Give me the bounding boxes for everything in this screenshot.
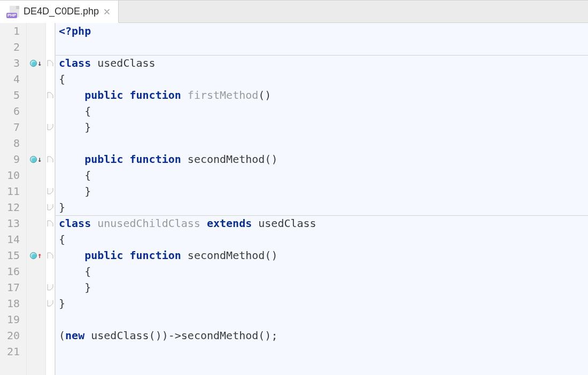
line-number: 13 (0, 215, 23, 231)
code-line[interactable]: } (56, 199, 588, 215)
fold-close-icon[interactable] (47, 204, 53, 211)
fold-open-icon[interactable] (47, 220, 53, 227)
code-line[interactable]: } (56, 119, 588, 135)
code-line[interactable]: public function firstMethod() (56, 87, 588, 103)
file-tab-label: DE4D_C0DE.php (24, 6, 99, 17)
editor-root: PHP DE4D_C0DE.php 1234567891011121314151… (0, 0, 588, 375)
code-line[interactable]: { (56, 263, 588, 279)
fold-gutter[interactable] (46, 23, 56, 375)
editor-body: 123456789101112131415161718192021 ↓↓↑ <?… (0, 23, 588, 375)
code-line[interactable]: { (56, 231, 588, 247)
line-number (0, 360, 23, 375)
line-number: 12 (0, 199, 23, 215)
line-number: 6 (0, 103, 23, 119)
code-line[interactable] (56, 135, 588, 151)
file-tab[interactable]: PHP DE4D_C0DE.php (0, 1, 119, 23)
code-line[interactable] (56, 39, 588, 55)
code-line[interactable]: public function secondMethod() (56, 151, 588, 167)
overrides-icon[interactable]: ↑ (30, 251, 43, 260)
fold-close-icon[interactable] (47, 300, 53, 307)
fold-close-icon[interactable] (47, 284, 53, 291)
line-number: 16 (0, 263, 23, 279)
overridden-icon[interactable]: ↓ (30, 58, 43, 68)
line-number: 20 (0, 327, 23, 343)
php-file-icon: PHP (7, 6, 19, 18)
line-number: 1 (0, 23, 23, 39)
code-line[interactable]: { (56, 167, 588, 183)
line-number: 10 (0, 167, 23, 183)
code-line[interactable]: } (56, 295, 588, 311)
line-number: 19 (0, 311, 23, 327)
line-number: 17 (0, 279, 23, 295)
line-number: 3 (0, 55, 23, 71)
code-line[interactable]: public function secondMethod() (56, 247, 588, 263)
code-line[interactable]: class usedClass (56, 55, 588, 71)
fold-open-icon[interactable] (47, 59, 53, 67)
fold-open-icon[interactable] (47, 91, 53, 99)
line-number: 2 (0, 39, 23, 55)
fold-open-icon[interactable] (47, 252, 53, 259)
line-number: 11 (0, 183, 23, 199)
code-line[interactable]: } (56, 279, 588, 295)
code-line[interactable] (56, 311, 588, 327)
region-separator (56, 55, 588, 56)
line-number: 8 (0, 135, 23, 151)
overridden-icon[interactable]: ↓ (30, 154, 43, 164)
line-number: 7 (0, 119, 23, 135)
fold-close-icon[interactable] (47, 123, 53, 131)
line-number: 18 (0, 295, 23, 311)
code-line[interactable] (56, 343, 588, 360)
line-number: 5 (0, 87, 23, 103)
fold-close-icon[interactable] (47, 188, 53, 195)
marker-gutter[interactable]: ↓↓↑ (27, 23, 46, 375)
close-icon[interactable] (103, 8, 111, 15)
line-number-gutter: 123456789101112131415161718192021 (0, 23, 27, 375)
code-line[interactable]: } (56, 183, 588, 199)
code-area[interactable]: <?phpclass usedClass{ public function fi… (56, 23, 588, 375)
code-line[interactable]: <?php (56, 23, 588, 39)
code-line[interactable]: { (56, 103, 588, 119)
line-number: 14 (0, 231, 23, 247)
code-line[interactable]: (new usedClass())->secondMethod(); (56, 327, 588, 343)
fold-open-icon[interactable] (47, 155, 53, 163)
line-number: 4 (0, 71, 23, 87)
region-separator (56, 215, 588, 216)
code-line[interactable]: class unusedChildClass extends usedClass (56, 215, 588, 231)
line-number: 9 (0, 151, 23, 167)
line-number: 15 (0, 247, 23, 263)
line-number: 21 (0, 343, 23, 360)
code-line[interactable] (56, 360, 588, 375)
code-line[interactable]: { (56, 71, 588, 87)
tab-bar: PHP DE4D_C0DE.php (0, 1, 588, 23)
